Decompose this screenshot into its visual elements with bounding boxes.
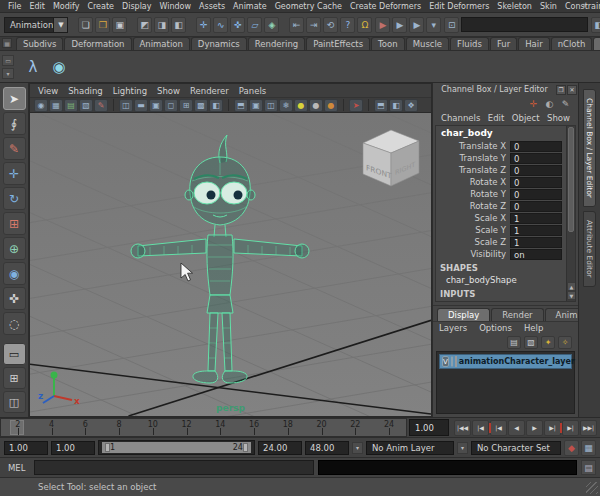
time-tick[interactable]: 18 xyxy=(271,419,305,436)
chevron-down-icon[interactable]: ▾ xyxy=(457,442,468,454)
show-manipulator-tool[interactable]: ✜ xyxy=(3,287,26,310)
step-forward-frame-button[interactable]: ▶| xyxy=(562,420,579,436)
ui-toggle-icon[interactable]: ▦ xyxy=(2,38,12,48)
scrollbar-thumb[interactable] xyxy=(568,127,574,232)
edit-pencil-icon[interactable]: ✎ xyxy=(559,98,572,110)
render-settings-icon[interactable]: ▶ xyxy=(409,17,424,33)
command-line-result[interactable] xyxy=(318,460,577,475)
gate-mask-icon[interactable]: ◫ xyxy=(264,99,278,112)
layer-visibility-toggle[interactable]: V xyxy=(442,356,449,367)
input-node-name[interactable]: animationCharacter_layer xyxy=(436,300,565,302)
range-slider-bar[interactable]: 1 24 xyxy=(102,442,251,453)
lock-icon[interactable]: Ω xyxy=(357,17,372,33)
channel-box-menu-item[interactable]: Object xyxy=(512,113,540,123)
highlight-selection-icon[interactable]: ? xyxy=(340,17,355,33)
channel-value-field[interactable]: 0 xyxy=(510,201,562,212)
step-back-frame-button[interactable]: |◀ xyxy=(472,420,489,436)
multi-lister-icon[interactable]: ❖ xyxy=(404,99,418,112)
shaded-ball-icon[interactable]: ● xyxy=(309,99,323,112)
step-back-key-button[interactable]: |◀ xyxy=(490,420,507,436)
range-slider-track[interactable]: 1 24 xyxy=(98,440,255,455)
time-tick[interactable]: 14 xyxy=(204,419,238,436)
playback-start-field[interactable]: 1.00 xyxy=(4,441,48,455)
menu-item[interactable]: Window xyxy=(156,2,196,11)
channel-value-field[interactable]: 0 xyxy=(510,165,562,176)
shelf-tab[interactable]: Muscle xyxy=(406,37,449,50)
current-time-field[interactable]: 1.00 xyxy=(409,419,449,436)
scale-tool[interactable]: ⊞ xyxy=(3,212,26,235)
layer-editor-menu-item[interactable]: Layers xyxy=(439,323,467,333)
channel-value-field[interactable]: 1 xyxy=(510,237,562,248)
shelf-tab[interactable]: Custom xyxy=(593,37,600,50)
channel-value-field[interactable]: 0 xyxy=(510,177,562,188)
layer-color-swatch[interactable] xyxy=(455,356,457,367)
command-line-mode-label[interactable]: MEL xyxy=(8,463,30,473)
menu-item[interactable]: Constrain xyxy=(561,2,600,11)
time-tick[interactable]: 2 xyxy=(1,419,35,436)
snap-point-icon[interactable]: ✜ xyxy=(230,17,245,33)
joint-tool-icon[interactable]: λ xyxy=(20,54,46,80)
new-scene-icon[interactable]: ❏ xyxy=(78,17,93,33)
channel-box-menu-item[interactable]: Edit xyxy=(488,113,504,123)
film-gate-icon[interactable]: ⬒ xyxy=(234,99,248,112)
isolate-select-icon[interactable]: ➤ xyxy=(349,99,363,112)
soft-modification-tool[interactable]: ◉ xyxy=(3,262,26,285)
animation-start-field[interactable]: 1.00 xyxy=(51,441,95,455)
time-tick[interactable]: 8 xyxy=(102,419,136,436)
time-tick[interactable]: 4 xyxy=(35,419,69,436)
panel-menu-item[interactable]: View xyxy=(38,86,58,96)
select-object-icon[interactable]: ◨ xyxy=(154,17,169,33)
quick-select-input[interactable] xyxy=(461,17,588,32)
output-connections-icon[interactable]: ⇥ xyxy=(306,17,321,33)
viewport-canvas[interactable]: FRONT RIGHT xyxy=(30,113,431,416)
channel-value-field[interactable]: 0 xyxy=(510,153,562,164)
wireframe-on-shaded-icon[interactable]: ▣ xyxy=(149,99,163,112)
paint-selection-tool[interactable]: ✎ xyxy=(3,137,26,160)
shape-node-name[interactable]: char_bodyShape xyxy=(436,274,565,286)
shelf-tab[interactable]: Subdivs xyxy=(16,37,63,50)
snap-grid-icon[interactable]: ✛ xyxy=(196,17,211,33)
layer-editor-menu-item[interactable]: Help xyxy=(524,323,543,333)
shelf-tab[interactable]: Hair xyxy=(518,37,549,50)
time-tick[interactable]: 22 xyxy=(339,419,373,436)
step-forward-key-button[interactable]: ▶| xyxy=(544,420,561,436)
channel-value-field[interactable]: 0 xyxy=(510,189,562,200)
eyeball-icon[interactable]: ◉ xyxy=(46,54,72,80)
anim-layer-dropdown[interactable]: No Anim Layer xyxy=(366,441,454,455)
snap-curve-icon[interactable]: ∿ xyxy=(213,17,228,33)
close-icon[interactable]: ✕ xyxy=(567,85,577,95)
play-forwards-button[interactable]: ▶ xyxy=(526,420,543,436)
default-material-ball-icon[interactable]: ● xyxy=(294,99,308,112)
menu-item[interactable]: Create Deformers xyxy=(346,2,425,11)
textured-ball-icon[interactable]: ● xyxy=(324,99,338,112)
xray-icon[interactable]: ⬒ xyxy=(374,99,388,112)
float-panel-icon[interactable]: ❐ xyxy=(556,85,566,95)
shelf-tab[interactable]: nCloth xyxy=(551,37,593,50)
menu-item[interactable]: Geometry Cache xyxy=(271,2,346,11)
new-empty-anim-layer-icon[interactable]: ✦ xyxy=(541,336,555,349)
panel-menu-item[interactable]: Renderer xyxy=(190,86,229,96)
speed-state-icon[interactable]: ◐ xyxy=(543,98,556,110)
persp-outliner-layout-button[interactable]: ◫ xyxy=(3,391,26,413)
scroll-down-icon[interactable]: ▼ xyxy=(567,291,576,300)
panel-menu-item[interactable]: Lighting xyxy=(113,86,147,96)
grease-pencil-icon[interactable]: ✎ xyxy=(94,99,108,112)
object-name[interactable]: char_body xyxy=(436,126,565,140)
menu-item[interactable]: Skin xyxy=(536,2,561,11)
time-tick[interactable]: 16 xyxy=(237,419,271,436)
go-to-start-button[interactable]: |◀◀ xyxy=(454,420,471,436)
channel-value-field[interactable]: 0 xyxy=(510,141,562,152)
shelf-tab[interactable]: Animation xyxy=(133,37,190,50)
shadows-icon[interactable]: ▩ xyxy=(194,99,208,112)
camera-attributes-icon[interactable]: ▦ xyxy=(49,99,63,112)
menuset-dropdown[interactable]: Animation ▼ xyxy=(4,17,68,33)
layer-editor-menu-item[interactable]: Options xyxy=(479,323,512,333)
time-tick[interactable]: 24 xyxy=(372,419,406,436)
right-vertical-tab[interactable]: Channel Box / Layer Editor xyxy=(583,89,596,207)
command-line-input[interactable] xyxy=(34,460,314,475)
new-anim-layer-from-selected-icon[interactable]: ✧ xyxy=(558,336,572,349)
script-editor-icon[interactable]: ▤ xyxy=(581,460,596,475)
panel-menu-item[interactable]: Shading xyxy=(68,86,103,96)
time-tick[interactable]: 10 xyxy=(136,419,170,436)
chevron-down-icon[interactable]: ▾ xyxy=(352,442,363,454)
